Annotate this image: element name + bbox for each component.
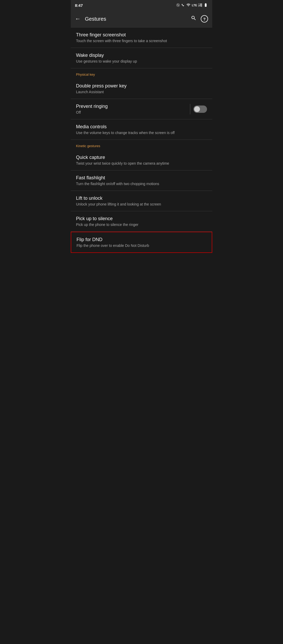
prevent-ringing-item[interactable]: Prevent ringing Off — [71, 99, 212, 119]
media-controls-item[interactable]: Media controls Use the volume keys to ch… — [71, 119, 212, 140]
double-press-power-key-subtitle: Launch Assistant — [76, 90, 207, 94]
fast-flashlight-title: Fast flashlight — [76, 175, 207, 181]
fast-flashlight-item[interactable]: Fast flashlight Turn the flashlight on/o… — [71, 170, 212, 191]
fast-flashlight-text: Fast flashlight Turn the flashlight on/o… — [76, 175, 207, 186]
pick-up-to-silence-subtitle: Pick up the phone to silence the ringer — [76, 223, 207, 227]
flip-for-dnd-text: Flip for DND Flip the phone over to enab… — [77, 237, 206, 248]
physical-key-section-header: Physical key — [71, 68, 212, 79]
pick-up-to-silence-item[interactable]: Pick up to silence Pick up the phone to … — [71, 211, 212, 231]
kinetic-gestures-section-header: Kinetic gestures — [71, 140, 212, 150]
lift-to-unlock-item[interactable]: Lift to unlock Unlock your phone lifting… — [71, 191, 212, 211]
toggle-knob — [194, 106, 200, 112]
quick-capture-title: Quick capture — [76, 155, 207, 160]
three-finger-screenshot-subtitle: Touch the screen with three fingers to t… — [76, 39, 207, 43]
media-controls-title: Media controls — [76, 124, 207, 130]
lift-to-unlock-subtitle: Unlock your phone lifting it and looking… — [76, 202, 207, 206]
prevent-ringing-title: Prevent ringing — [76, 104, 190, 109]
media-controls-text: Media controls Use the volume keys to ch… — [76, 124, 207, 135]
pick-up-to-silence-text: Pick up to silence Pick up the phone to … — [76, 216, 207, 227]
fast-flashlight-subtitle: Turn the flashlight on/off with two chop… — [76, 182, 207, 186]
wake-display-subtitle: Use gestures to wake your display up — [76, 59, 207, 63]
lift-to-unlock-title: Lift to unlock — [76, 196, 207, 201]
prevent-ringing-text: Prevent ringing Off — [76, 104, 190, 114]
status-bar: 8:47 Ⓝ LTE — [71, 0, 212, 10]
double-press-power-key-text: Double press power key Launch Assistant — [76, 83, 207, 94]
search-button[interactable] — [191, 15, 197, 23]
wifi-icon — [186, 3, 191, 8]
page-title: Gestures — [85, 16, 187, 22]
wake-display-item[interactable]: Wake display Use gestures to wake your d… — [71, 48, 212, 68]
status-time: 8:47 — [75, 3, 83, 8]
wake-display-title: Wake display — [76, 53, 207, 58]
status-icons: Ⓝ LTE — [176, 3, 208, 8]
three-finger-screenshot-item[interactable]: Three finger screenshot Touch the screen… — [71, 27, 212, 48]
flip-for-dnd-item[interactable]: Flip for DND Flip the phone over to enab… — [71, 232, 212, 253]
double-press-power-key-title: Double press power key — [76, 83, 207, 89]
wake-display-text: Wake display Use gestures to wake your d… — [76, 53, 207, 63]
flip-for-dnd-title: Flip for DND — [77, 237, 206, 242]
lte-icon: LTE — [192, 4, 197, 7]
back-button[interactable]: ← — [75, 15, 81, 22]
nfc-icon: Ⓝ — [176, 3, 180, 8]
three-finger-screenshot-text: Three finger screenshot Touch the screen… — [76, 32, 207, 43]
flip-for-dnd-subtitle: Flip the phone over to enable Do Not Dis… — [77, 243, 206, 248]
help-button[interactable]: ? — [201, 15, 208, 23]
battery-icon — [203, 3, 208, 8]
signal-icon — [198, 3, 202, 8]
prevent-ringing-toggle[interactable] — [193, 106, 207, 113]
toggle-divider — [190, 104, 190, 114]
quick-capture-item[interactable]: Quick capture Twist your wrist twice qui… — [71, 150, 212, 170]
pick-up-to-silence-title: Pick up to silence — [76, 216, 207, 221]
lift-to-unlock-text: Lift to unlock Unlock your phone lifting… — [76, 196, 207, 206]
settings-content: Three finger screenshot Touch the screen… — [71, 27, 212, 253]
volte-icon — [181, 3, 185, 8]
three-finger-screenshot-title: Three finger screenshot — [76, 32, 207, 38]
quick-capture-text: Quick capture Twist your wrist twice qui… — [76, 155, 207, 165]
prevent-ringing-toggle-container — [190, 104, 207, 114]
toolbar-actions: ? — [191, 15, 208, 23]
quick-capture-subtitle: Twist your wrist twice quickly to open t… — [76, 161, 207, 165]
toolbar: ← Gestures ? — [71, 10, 212, 27]
double-press-power-key-item[interactable]: Double press power key Launch Assistant — [71, 79, 212, 99]
media-controls-subtitle: Use the volume keys to change tracks whe… — [76, 131, 207, 135]
prevent-ringing-subtitle: Off — [76, 110, 190, 114]
